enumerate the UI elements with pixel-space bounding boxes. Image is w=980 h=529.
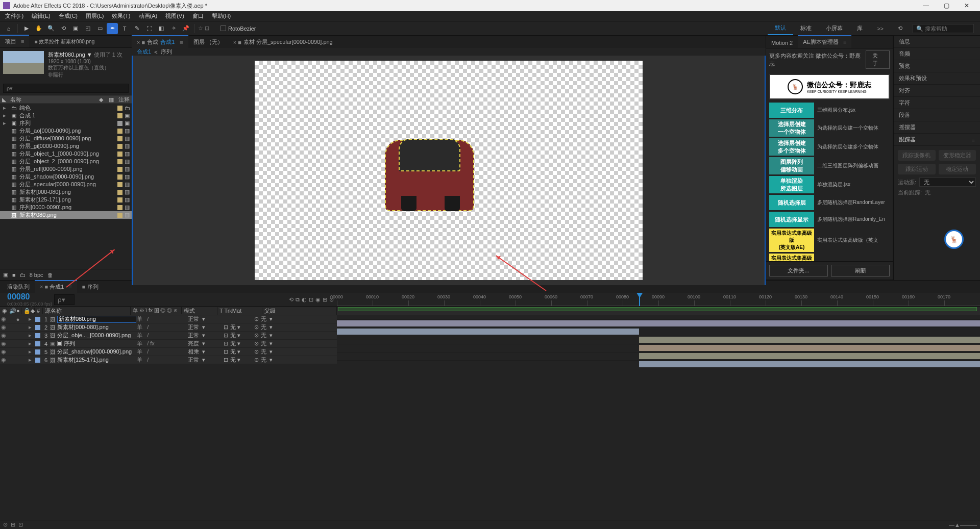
col-comment[interactable]: 注释: [116, 96, 132, 104]
parent-dropdown[interactable]: ⊙ 无 ▾: [254, 340, 295, 347]
layer-label-color[interactable]: [35, 349, 40, 355]
asset-row[interactable]: ▸▣合成 1▣: [0, 112, 132, 119]
refresh-button[interactable]: 刷新: [831, 265, 890, 276]
asset-row[interactable]: ▥分层_refl[0000-0090].png▥: [0, 165, 132, 173]
side-panel-header[interactable]: 对齐: [894, 85, 980, 97]
side-panel-header[interactable]: 音频: [894, 48, 980, 60]
trkmat-dropdown[interactable]: ⊡ 无 ▾: [224, 340, 254, 347]
comp-tab[interactable]: × ■ 素材 分层_specular[0000-0090].png: [228, 35, 338, 48]
zoom-tool-icon[interactable]: 🔍: [45, 23, 57, 34]
layer-duration-bar[interactable]: [639, 353, 980, 359]
menu-item[interactable]: 窗口: [189, 11, 207, 21]
asset-row[interactable]: 🖼新素材080.png▥: [0, 211, 132, 219]
asset-row[interactable]: ▥新素材[000-080].png▥: [0, 188, 132, 196]
shape-tool-icon[interactable]: ▭: [94, 23, 106, 34]
layer-duration-bar[interactable]: [639, 337, 980, 343]
track-motion-button[interactable]: 跟踪运动: [898, 164, 936, 174]
current-time-indicator[interactable]: [639, 293, 640, 306]
layer-duration-bar[interactable]: [337, 320, 980, 326]
frame-blend-icon[interactable]: ⊡: [309, 296, 313, 303]
blend-mode-dropdown[interactable]: 相乘 ▾: [188, 348, 224, 356]
tab-script-manager[interactable]: AE脚本管理器 ≡: [798, 35, 851, 48]
col-type-icon[interactable]: ▦: [106, 96, 116, 103]
layer-label-color[interactable]: [35, 358, 40, 363]
col-parent[interactable]: 父级: [262, 307, 337, 315]
tab-timeline-seq[interactable]: ■ 序列: [77, 280, 104, 293]
tracker-panel-header[interactable]: 跟踪器≡: [894, 134, 980, 146]
layer-label-color[interactable]: [35, 317, 40, 322]
comp-tab[interactable]: 图层 （无）: [188, 35, 228, 48]
blend-mode-dropdown[interactable]: 亮度 ▾: [188, 340, 224, 347]
script-button[interactable]: 三维分布: [769, 103, 814, 118]
col-lock-icon[interactable]: 🔒: [21, 308, 29, 314]
side-panel-header[interactable]: 段落: [894, 109, 980, 121]
comp-tab[interactable]: × ■ 合成 合成1 ≡: [132, 35, 188, 48]
blend-mode-dropdown[interactable]: 正常 ▾: [188, 356, 224, 364]
col-label-icon[interactable]: ◆: [96, 96, 106, 103]
col-source-name[interactable]: 源名称: [43, 307, 131, 315]
clone-tool-icon[interactable]: ⛶: [143, 23, 155, 34]
layer-name[interactable]: 🖼分层_obje..._[0000-0090].png: [50, 332, 137, 339]
col-label-icon[interactable]: ◆: [29, 308, 35, 314]
menu-item[interactable]: 效果(T): [109, 11, 133, 21]
new-folder-icon[interactable]: 🗀: [20, 272, 26, 278]
col-audio-icon[interactable]: 🔊: [7, 308, 14, 314]
trkmat-dropdown[interactable]: ⊡ 无 ▾: [224, 332, 254, 339]
selection-tool-icon[interactable]: ▶: [21, 23, 32, 34]
minimize-button[interactable]: —: [916, 2, 936, 9]
project-search-input[interactable]: [3, 84, 129, 93]
layer-label-color[interactable]: [35, 341, 40, 346]
asset-row[interactable]: ▥序列[0000-0090].png▥: [0, 204, 132, 211]
parent-dropdown[interactable]: ⊙ 无 ▾: [254, 356, 295, 364]
blend-mode-dropdown[interactable]: 正常 ▾: [188, 323, 224, 331]
workspace-tab[interactable]: 标准: [793, 21, 819, 35]
script-button[interactable]: 选择层创建多个空物体: [769, 138, 814, 156]
script-button[interactable]: 图层阵列偏移动画: [769, 157, 814, 174]
graph-editor-icon[interactable]: ⊞: [323, 296, 327, 303]
layer-name[interactable]: ▣▣ 序列: [50, 340, 137, 347]
script-button[interactable]: 随机选择层: [769, 195, 814, 210]
asset-row[interactable]: ▸🗀纯色🗀: [0, 104, 132, 112]
col-visibility-icon[interactable]: ◉: [0, 308, 7, 314]
menu-item[interactable]: 动画(A): [136, 11, 161, 21]
rotobezier-checkbox[interactable]: RotoBezier: [220, 26, 256, 32]
timecode-frame[interactable]: 00080: [3, 292, 52, 301]
toggle-curves-icon[interactable]: ⊡: [18, 521, 23, 528]
text-tool-icon[interactable]: T: [119, 23, 130, 34]
script-button[interactable]: 单独渲染所选图层: [769, 176, 814, 193]
workspace-tab[interactable]: 默认: [768, 21, 793, 35]
tab-timeline-comp[interactable]: × ■ 合成1 ≡: [35, 280, 77, 293]
camera-tool-icon[interactable]: ▣: [70, 23, 81, 34]
work-area-bar[interactable]: [338, 307, 977, 311]
workspace-more-icon[interactable]: >>: [870, 21, 891, 35]
interpret-icon[interactable]: ▣: [3, 271, 8, 278]
asset-row[interactable]: ▥分层_ao[0000-0090].png▥: [0, 127, 132, 135]
asset-row[interactable]: ▥分层_object_2_[0000-0090].png▥: [0, 158, 132, 165]
tab-render-queue[interactable]: 渲染队列: [2, 280, 35, 293]
viewport[interactable]: [132, 56, 766, 285]
visibility-toggle-icon[interactable]: ◉: [0, 324, 7, 331]
side-panel-header[interactable]: 效果和预设: [894, 72, 980, 85]
col-switches[interactable]: 单 ※ \ fx 囯 ◎ ◎ ⊙: [131, 307, 182, 314]
col-name[interactable]: 名称: [8, 96, 96, 104]
warp-stabilizer-button[interactable]: 变形稳定器: [939, 150, 976, 161]
rotobrush-tool-icon[interactable]: ✧: [168, 23, 179, 34]
hand-tool-icon[interactable]: ✋: [33, 23, 44, 34]
workspace-tab[interactable]: 库: [850, 21, 870, 35]
tab-effect-controls[interactable]: ■ 效果控件 新素材080.png: [29, 35, 100, 47]
masked-layer-car[interactable]: [385, 140, 474, 211]
asset-row[interactable]: ▥分层_diffuse[0000-0090].png▥: [0, 135, 132, 142]
stabilize-motion-button[interactable]: 稳定运动: [939, 164, 976, 174]
composition-canvas[interactable]: [255, 61, 643, 280]
trkmat-dropdown[interactable]: ⊡ 无 ▾: [224, 348, 254, 356]
side-panel-header[interactable]: 摇摆器: [894, 121, 980, 134]
blend-mode-dropdown[interactable]: 正常 ▾: [188, 315, 224, 323]
visibility-toggle-icon[interactable]: ◉: [0, 316, 7, 322]
shy-icon[interactable]: ⟲: [289, 296, 293, 303]
motion-blur-icon[interactable]: ◉: [315, 296, 321, 303]
visibility-toggle-icon[interactable]: ◉: [0, 332, 7, 339]
script-button[interactable]: 选择层创建一个空物体: [769, 119, 814, 137]
about-button[interactable]: 关于: [866, 51, 890, 69]
visibility-toggle-icon[interactable]: ◉: [0, 357, 7, 363]
draft3d-icon[interactable]: ◐: [302, 296, 307, 303]
